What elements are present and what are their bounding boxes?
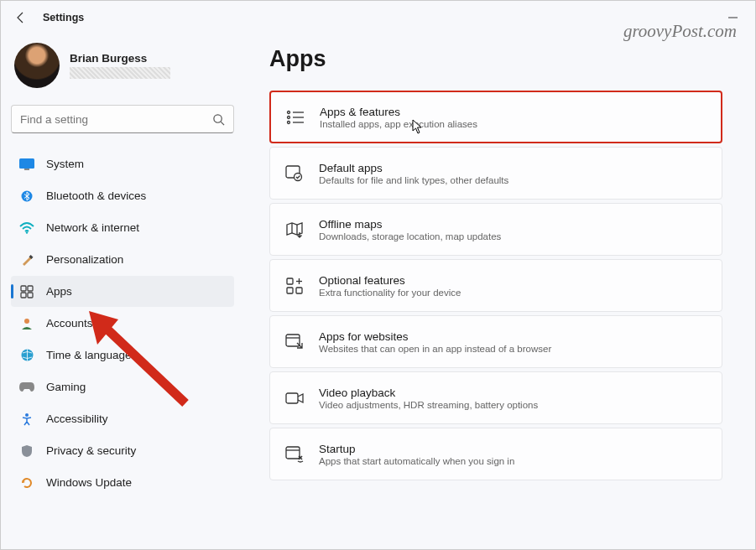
- card-startup[interactable]: StartupApps that start automatically whe…: [269, 428, 722, 480]
- card-sub: Video adjustments, HDR streaming, batter…: [319, 400, 538, 410]
- shield-icon: [19, 444, 34, 459]
- optional-features-icon: [285, 277, 304, 295]
- card-title: Apps & features: [320, 106, 477, 118]
- nav-label: Gaming: [46, 381, 86, 393]
- svg-rect-11: [28, 293, 33, 298]
- map-icon: [285, 221, 304, 239]
- card-video-playback[interactable]: Video playbackVideo adjustments, HDR str…: [269, 371, 722, 424]
- sidebar-item-privacy[interactable]: Privacy & security: [11, 435, 234, 466]
- card-sub: Downloads, storage location, map updates: [319, 231, 501, 241]
- card-apps-features[interactable]: Apps & featuresInstalled apps, app execu…: [269, 91, 722, 143]
- profile-block[interactable]: Brian Burgess: [11, 39, 234, 100]
- card-title: Offline maps: [319, 218, 501, 231]
- search-icon: [212, 113, 225, 126]
- nav-label: Accounts: [46, 317, 93, 329]
- main-content: Apps Apps & featuresInstalled apps, app …: [244, 34, 755, 549]
- nav-label: Privacy & security: [46, 444, 136, 457]
- nav-label: Personalization: [46, 253, 123, 266]
- wifi-icon: [19, 221, 34, 236]
- card-optional-features[interactable]: Optional featuresExtra functionality for…: [269, 259, 722, 312]
- apps-icon: [19, 284, 34, 299]
- svg-rect-8: [21, 286, 26, 291]
- svg-rect-30: [286, 393, 298, 403]
- sidebar-item-bluetooth[interactable]: Bluetooth & devices: [11, 180, 234, 211]
- card-title: Apps for websites: [319, 330, 551, 343]
- clock-globe-icon: [19, 348, 34, 363]
- bluetooth-icon: [19, 189, 34, 204]
- card-title: Default apps: [319, 162, 508, 174]
- back-button[interactable]: [4, 1, 38, 34]
- sidebar-item-personalization[interactable]: Personalization: [11, 244, 234, 275]
- card-sub: Apps that start automatically when you s…: [319, 456, 514, 466]
- svg-rect-3: [19, 158, 34, 169]
- gaming-icon: [19, 380, 34, 395]
- card-title: Video playback: [319, 387, 538, 399]
- card-apps-websites[interactable]: Apps for websitesWebsites that can open …: [269, 315, 722, 368]
- apps-websites-icon: [285, 333, 304, 351]
- card-list: Apps & featuresInstalled apps, app execu…: [269, 91, 722, 480]
- system-icon: [19, 157, 34, 172]
- svg-rect-31: [286, 447, 300, 459]
- sidebar-item-accounts[interactable]: Accounts: [11, 308, 234, 339]
- profile-email-redacted: [70, 67, 170, 79]
- svg-rect-28: [286, 335, 300, 346]
- svg-point-22: [295, 173, 302, 180]
- svg-rect-25: [296, 288, 302, 293]
- card-sub: Installed apps, app execution aliases: [320, 119, 477, 129]
- card-sub: Websites that can open in an app instead…: [319, 344, 551, 354]
- nav-label: Time & language: [46, 349, 132, 361]
- list-icon: [286, 108, 305, 127]
- svg-point-17: [288, 116, 290, 118]
- accounts-icon: [19, 316, 34, 331]
- brush-icon: [19, 252, 34, 267]
- nav-label: Apps: [46, 285, 72, 298]
- video-icon: [285, 389, 304, 407]
- card-default-apps[interactable]: Default appsDefaults for file and link t…: [269, 147, 722, 200]
- update-icon: [19, 475, 34, 490]
- default-apps-icon: [285, 164, 304, 183]
- card-offline-maps[interactable]: Offline mapsDownloads, storage location,…: [269, 203, 722, 256]
- nav-label: System: [46, 158, 84, 170]
- sidebar-item-time[interactable]: Time & language: [11, 340, 234, 371]
- profile-name: Brian Burgess: [70, 52, 170, 65]
- svg-line-2: [221, 122, 224, 125]
- startup-icon: [285, 445, 304, 464]
- avatar: [14, 43, 60, 88]
- svg-rect-23: [287, 278, 293, 284]
- accessibility-icon: [19, 412, 34, 427]
- svg-point-14: [25, 413, 29, 417]
- card-sub: Extra functionality for your device: [319, 288, 461, 298]
- svg-rect-24: [287, 288, 293, 293]
- svg-point-1: [214, 114, 222, 122]
- watermark: groovyPost.com: [623, 21, 737, 42]
- svg-point-15: [288, 111, 290, 113]
- svg-point-19: [288, 121, 290, 123]
- nav-label: Network & internet: [46, 221, 139, 234]
- nav-label: Windows Update: [46, 476, 132, 489]
- svg-point-12: [24, 319, 29, 324]
- sidebar: Brian Burgess System Bluetooth & devices…: [1, 34, 244, 549]
- svg-rect-4: [24, 169, 29, 170]
- sidebar-item-accessibility[interactable]: Accessibility: [11, 403, 234, 434]
- search-box[interactable]: [11, 105, 234, 133]
- card-title: Optional features: [319, 274, 461, 287]
- sidebar-item-apps[interactable]: Apps: [11, 276, 234, 307]
- sidebar-item-system[interactable]: System: [11, 148, 234, 179]
- svg-rect-9: [28, 286, 33, 291]
- nav-label: Bluetooth & devices: [46, 189, 146, 202]
- page-title: Apps: [269, 46, 730, 72]
- nav-label: Accessibility: [46, 412, 108, 425]
- svg-point-6: [26, 231, 28, 233]
- sidebar-item-network[interactable]: Network & internet: [11, 212, 234, 243]
- card-title: Startup: [319, 443, 514, 455]
- svg-rect-10: [21, 293, 26, 298]
- nav-list: System Bluetooth & devices Network & int…: [11, 148, 234, 498]
- search-input[interactable]: [20, 113, 212, 126]
- sidebar-item-gaming[interactable]: Gaming: [11, 371, 234, 402]
- card-sub: Defaults for file and link types, other …: [319, 175, 508, 185]
- window-title: Settings: [43, 12, 84, 23]
- sidebar-item-update[interactable]: Windows Update: [11, 467, 234, 498]
